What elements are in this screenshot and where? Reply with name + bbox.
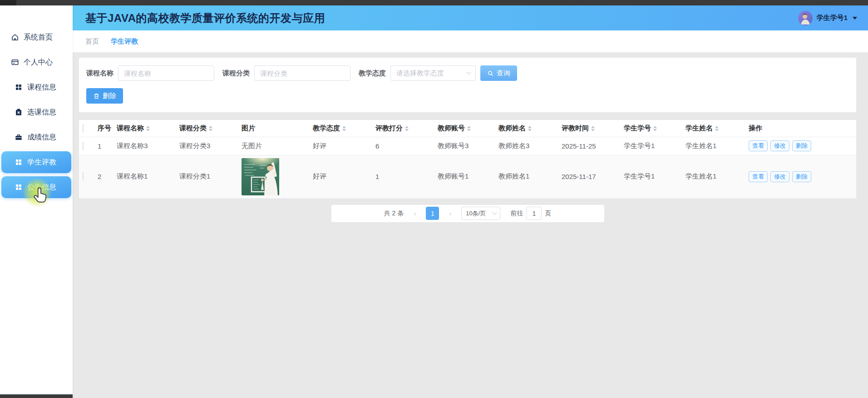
sidebar-item-profile[interactable]: 个人中心: [1, 51, 71, 73]
table-row: 1 课程名称3 课程分类3 无图片 好评 6 教师账号3 教师姓名3 2025-…: [79, 137, 856, 155]
sidebar-item-grades[interactable]: 成绩信息: [1, 126, 71, 148]
search-button[interactable]: 查询: [480, 65, 517, 81]
cell-teacher-account: 教师账号1: [433, 155, 494, 198]
col-image: 图片: [237, 120, 308, 137]
goto-label: 前往: [510, 209, 523, 218]
page-header: 基于JAVA的高校教学质量评价系统的开发与应用 学生学号1: [73, 5, 868, 30]
col-teacher-account[interactable]: 教师账号: [433, 120, 494, 137]
col-index: 序号: [93, 120, 112, 137]
cell-teacher-account: 教师账号3: [433, 137, 494, 155]
pagination-total: 共 2 条: [384, 209, 404, 218]
col-score[interactable]: 评教打分: [371, 120, 433, 137]
browser-top-bar: [0, 0, 868, 5]
view-button[interactable]: 查看: [749, 140, 768, 151]
sidebar-item-label: 成绩信息: [27, 133, 56, 142]
sort-icon[interactable]: [405, 126, 409, 131]
cell-course-name: 课程名称1: [112, 155, 175, 198]
col-course-category[interactable]: 课程分类: [175, 120, 237, 137]
sort-icon[interactable]: [146, 126, 150, 131]
search-icon: [487, 70, 494, 77]
current-page-button[interactable]: 1: [426, 207, 439, 220]
sort-icon[interactable]: [591, 126, 595, 131]
sort-icon[interactable]: [342, 126, 346, 131]
user-menu[interactable]: 学生学号1: [798, 11, 857, 25]
sort-icon[interactable]: [715, 126, 719, 131]
col-student-name[interactable]: 学生姓名: [681, 120, 744, 137]
grid-icon: [15, 158, 23, 166]
chevron-down-icon: [466, 70, 471, 75]
sidebar-item-home[interactable]: 系统首页: [1, 26, 71, 48]
row-checkbox[interactable]: [83, 142, 84, 150]
sidebar-item-course-selection[interactable]: 选课信息: [1, 101, 71, 123]
col-student-id[interactable]: 学生学号: [619, 120, 681, 137]
sidebar-item-label: 学生评教: [27, 158, 56, 167]
data-table: 序号 课程名称 课程分类 图片 教学态度 评教打分 教师账号 教师姓名 评教时间…: [79, 120, 856, 199]
row-checkbox[interactable]: [83, 172, 84, 181]
col-teacher-name[interactable]: 教师姓名: [494, 120, 557, 137]
trash-icon: [93, 93, 100, 100]
col-attitude[interactable]: 教学态度: [308, 120, 371, 137]
next-page-button[interactable]: ›: [449, 209, 451, 217]
page-size-select[interactable]: 10条/页: [461, 207, 500, 220]
sidebar-item-label: 课程信息: [27, 83, 56, 92]
sort-icon[interactable]: [209, 126, 212, 131]
breadcrumb-item-home[interactable]: 首页: [85, 37, 99, 46]
breadcrumb-item-current[interactable]: 学生评教: [111, 37, 138, 46]
sidebar-item-courses[interactable]: 课程信息: [1, 76, 71, 98]
user-name: 学生学号1: [817, 14, 848, 22]
home-icon: [11, 33, 19, 41]
app-window: 系统首页 个人中心 课程信息: [0, 0, 868, 398]
row-delete-button[interactable]: 删除: [792, 140, 811, 151]
browser-top-bar-corner: [0, 0, 16, 5]
sidebar-item-label: 选课信息: [27, 108, 56, 117]
col-actions: 操作: [744, 120, 856, 137]
table-row: 2 课程名称1 课程分类1: [79, 155, 856, 198]
chevron-down-icon: [492, 210, 497, 215]
cell-student-name: 学生姓名1: [681, 155, 744, 198]
content-area: 课程名称 课程分类 教学态度 请选择教学态度: [73, 52, 868, 398]
cell-score: 6: [371, 137, 433, 155]
goto-page-input[interactable]: [526, 207, 542, 220]
col-course-name[interactable]: 课程名称: [112, 120, 175, 137]
filter-card: 课程名称 课程分类 教学态度 请选择教学态度: [79, 58, 856, 112]
sidebar-item-announcements[interactable]: 公告信息: [1, 176, 71, 198]
chevron-down-icon: [853, 17, 857, 20]
cell-student-name: 学生姓名1: [681, 137, 744, 155]
course-category-label: 课程分类: [222, 69, 250, 78]
prev-page-button[interactable]: ‹: [414, 209, 416, 217]
cell-actions: 查看修改删除: [744, 155, 856, 198]
cell-eval-time: 2025-11-25: [557, 137, 619, 155]
course-image[interactable]: [242, 158, 279, 195]
sidebar-item-label: 系统首页: [24, 33, 53, 42]
course-category-input[interactable]: [254, 65, 350, 81]
cell-attitude: 好评: [308, 155, 371, 198]
cell-eval-time: 2025-11-17: [557, 155, 619, 198]
page-size-value: 10条/页: [466, 209, 486, 218]
attitude-label: 教学态度: [359, 69, 386, 78]
delete-button[interactable]: 删除: [86, 88, 123, 104]
table-header-row: 序号 课程名称 课程分类 图片 教学态度 评教打分 教师账号 教师姓名 评教时间…: [79, 120, 856, 137]
edit-button[interactable]: 修改: [770, 140, 789, 151]
attitude-select[interactable]: 请选择教学态度: [390, 65, 476, 81]
view-button[interactable]: 查看: [749, 171, 768, 182]
select-all-checkbox[interactable]: [83, 124, 84, 133]
sidebar-item-student-evaluation[interactable]: 学生评教: [1, 151, 71, 173]
cell-index: 2: [93, 155, 112, 198]
sidebar-bottom-strip: [0, 394, 73, 398]
search-button-label: 查询: [497, 69, 510, 78]
col-eval-time[interactable]: 评教时间: [557, 120, 619, 137]
sidebar-item-label: 个人中心: [24, 58, 53, 67]
data-table-card: 序号 课程名称 课程分类 图片 教学态度 评教打分 教师账号 教师姓名 评教时间…: [79, 120, 856, 199]
course-name-label: 课程名称: [86, 69, 113, 78]
sidebar-item-label: 公告信息: [27, 183, 56, 192]
delete-button-label: 删除: [103, 92, 116, 100]
sort-icon[interactable]: [467, 126, 471, 131]
sidebar: 系统首页 个人中心 课程信息: [0, 5, 73, 398]
row-delete-button[interactable]: 删除: [792, 171, 811, 182]
sort-icon[interactable]: [653, 126, 657, 131]
cell-course-category: 课程分类3: [175, 137, 237, 155]
grid-icon: [15, 183, 23, 191]
course-name-input[interactable]: [118, 65, 214, 81]
edit-button[interactable]: 修改: [770, 171, 789, 182]
sort-icon[interactable]: [528, 126, 532, 131]
